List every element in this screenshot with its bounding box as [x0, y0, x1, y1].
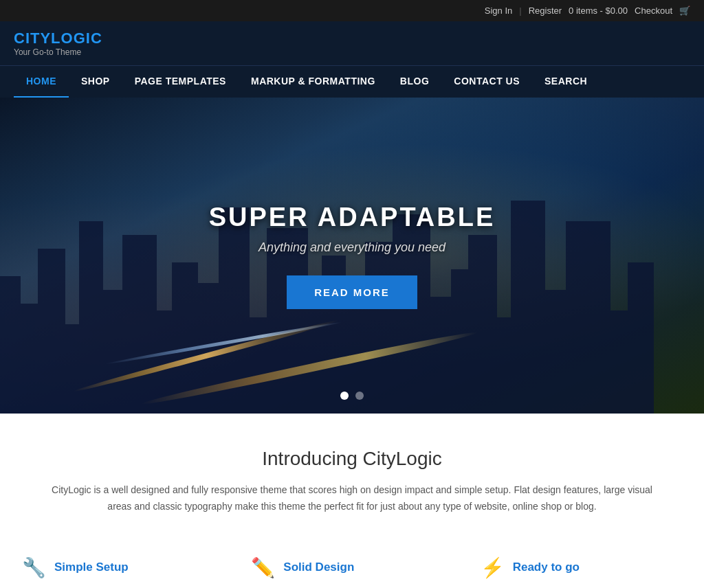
intro-title: Introducing CityLogic: [22, 448, 682, 470]
feature-text-3: Integrated with a number of popular FREE…: [481, 585, 682, 588]
nav-item-markup[interactable]: MARKUP & FORMATTING: [239, 66, 388, 98]
slider-dot-2[interactable]: [355, 392, 364, 400]
logo-title: CITYLOGIC: [14, 30, 102, 47]
bolt-icon: ⚡: [481, 556, 505, 579]
checkout-link[interactable]: Checkout: [635, 5, 672, 16]
nav-item-contact[interactable]: CONTACT US: [441, 66, 532, 98]
cart-info: 0 items - $0.00: [569, 5, 628, 16]
nav-link-search[interactable]: SEARCH: [532, 66, 600, 96]
hero-read-more-button[interactable]: READ MORE: [287, 275, 417, 309]
slider-dot-1[interactable]: [340, 392, 349, 400]
nav-link-page-templates[interactable]: PAGE TEMPLATES: [122, 66, 239, 96]
site-header: CITYLOGIC Your Go-to Theme: [0, 21, 704, 65]
intro-text: CityLogic is a well designed and fully r…: [43, 482, 661, 515]
main-nav: HOME SHOP PAGE TEMPLATES MARKUP & FORMAT…: [0, 65, 704, 98]
hero-subtitle: Anything and everything you need: [209, 240, 496, 255]
logo-area: CITYLOGIC Your Go-to Theme: [14, 30, 102, 57]
feature-title-3: Ready to go: [513, 561, 580, 574]
register-link[interactable]: Register: [529, 5, 562, 16]
top-bar: Sign In | Register 0 items - $0.00 Check…: [0, 0, 704, 21]
hero-section: SUPER ADAPTABLE Anything and everything …: [0, 98, 704, 414]
pencil-icon: ✏️: [251, 556, 275, 579]
wrench-icon: 🔧: [22, 556, 46, 579]
feature-header-3: ⚡ Ready to go: [481, 556, 682, 579]
hero-content: SUPER ADAPTABLE Anything and everything …: [209, 203, 496, 309]
nav-item-home[interactable]: HOME: [14, 66, 69, 98]
nav-link-contact[interactable]: CONTACT US: [441, 66, 532, 96]
features-section: 🔧 Simple Setup Whether this is your firs…: [8, 536, 696, 588]
feature-simple-setup: 🔧 Simple Setup Whether this is your firs…: [22, 556, 223, 588]
intro-section: Introducing CityLogic CityLogic is a wel…: [8, 414, 696, 536]
feature-text-1: Whether this is your first foray with Wo…: [22, 585, 223, 588]
nav-link-markup[interactable]: MARKUP & FORMATTING: [239, 66, 388, 96]
feature-header-1: 🔧 Simple Setup: [22, 556, 223, 579]
nav-item-search[interactable]: SEARCH: [532, 66, 600, 98]
cart-icon: 🛒: [679, 5, 690, 16]
feature-text-2: The theme's modest but good-looking desi…: [251, 585, 452, 588]
logo-tagline: Your Go-to Theme: [14, 47, 102, 57]
slider-dots: [340, 392, 364, 400]
feature-ready-to-go: ⚡ Ready to go Integrated with a number o…: [481, 556, 682, 588]
divider: |: [519, 5, 521, 16]
feature-title-2: Solid Design: [283, 561, 354, 574]
feature-header-2: ✏️ Solid Design: [251, 556, 452, 579]
feature-title-1: Simple Setup: [54, 561, 129, 574]
nav-link-shop[interactable]: SHOP: [69, 66, 122, 96]
nav-item-shop[interactable]: SHOP: [69, 66, 122, 98]
nav-link-blog[interactable]: BLOG: [388, 66, 441, 96]
signin-link[interactable]: Sign In: [485, 5, 512, 16]
hero-title: SUPER ADAPTABLE: [209, 203, 496, 232]
feature-solid-design: ✏️ Solid Design The theme's modest but g…: [251, 556, 452, 588]
nav-item-blog[interactable]: BLOG: [388, 66, 441, 98]
nav-item-page-templates[interactable]: PAGE TEMPLATES: [122, 66, 239, 98]
nav-link-home[interactable]: HOME: [14, 66, 69, 98]
